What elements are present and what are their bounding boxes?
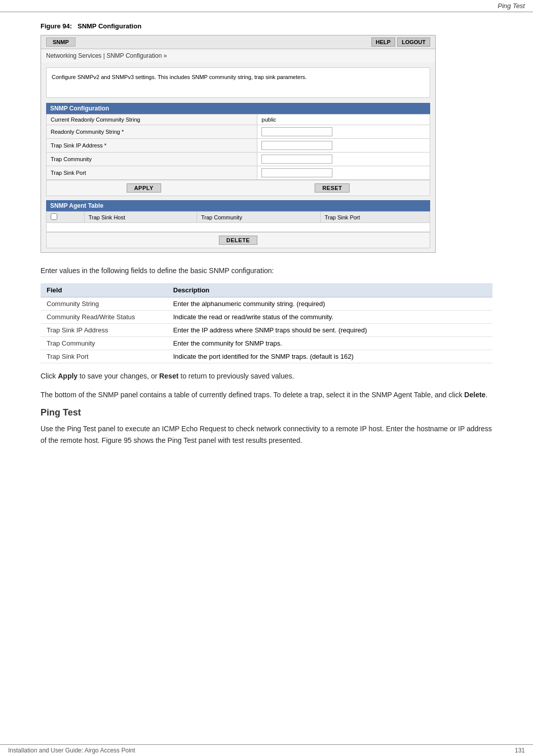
page-content: Figure 94: SNMP Configuration SNMP HELP … bbox=[0, 12, 533, 473]
agent-empty-row bbox=[47, 223, 430, 232]
config-field-label: Current Readonly Community String bbox=[47, 115, 257, 125]
agent-col-community: Trap Community bbox=[197, 212, 321, 223]
apply-instruction: Click Apply to save your changes, or Res… bbox=[41, 370, 492, 382]
field-desc: Enter the IP address where SNMP traps sh… bbox=[167, 324, 492, 337]
intro-text: Enter values in the following fields to … bbox=[41, 265, 492, 276]
config-field-label: Trap Sink Port bbox=[47, 166, 257, 180]
config-input-field[interactable] bbox=[261, 155, 332, 164]
delete-button[interactable]: DELETE bbox=[219, 236, 257, 245]
snmp-nav-bar: SNMP HELP LOGOUT bbox=[41, 35, 435, 49]
field-row: Trap Sink PortIndicate the port identifi… bbox=[41, 350, 492, 363]
field-name: Trap Sink IP Address bbox=[41, 324, 167, 337]
config-btn-row: APPLY RESET bbox=[46, 180, 430, 196]
description-box: Configure SNMPv2 and SNMPv3 settings. Th… bbox=[46, 67, 430, 98]
field-name: Community Read/Write Status bbox=[41, 311, 167, 324]
delete-btn-row: DELETE bbox=[46, 232, 430, 248]
field-row: Trap Sink IP AddressEnter the IP address… bbox=[41, 324, 492, 337]
field-row: Community StringEnter the alphanumeric c… bbox=[41, 297, 492, 311]
field-desc: Enter the community for SNMP traps. bbox=[167, 337, 492, 350]
field-name: Trap Sink Port bbox=[41, 350, 167, 363]
help-button[interactable]: HELP bbox=[371, 37, 395, 47]
config-input-field[interactable] bbox=[261, 141, 332, 150]
apply-button[interactable]: APPLY bbox=[127, 183, 161, 193]
config-field-value[interactable] bbox=[257, 139, 430, 153]
config-field-label: Readonly Community String * bbox=[47, 125, 257, 139]
field-desc: Indicate the port identified for the SNM… bbox=[167, 350, 492, 363]
footer-right: 131 bbox=[515, 747, 525, 754]
ping-test-body: Use the Ping Test panel to execute an IC… bbox=[41, 423, 492, 446]
config-field-value[interactable] bbox=[257, 166, 430, 180]
logout-button[interactable]: LOGOUT bbox=[397, 37, 430, 47]
config-field-value[interactable] bbox=[257, 153, 430, 166]
config-row: Trap Sink Port bbox=[47, 166, 430, 180]
field-name: Community String bbox=[41, 297, 167, 311]
description-text: Configure SNMPv2 and SNMPv3 settings. Th… bbox=[52, 74, 307, 80]
breadcrumb: Networking Services | SNMP Configuration… bbox=[41, 49, 435, 62]
field-row: Community Read/Write StatusIndicate the … bbox=[41, 311, 492, 324]
footer-left: Installation and User Guide: Airgo Acces… bbox=[8, 747, 135, 754]
page-title-header: Ping Test bbox=[0, 0, 533, 12]
bottom-instruction: The bottom of the SNMP panel contains a … bbox=[41, 389, 492, 400]
nav-buttons: HELP LOGOUT bbox=[371, 37, 430, 47]
agent-section-header: SNMP Agent Table bbox=[46, 200, 430, 211]
agent-table: Trap Sink Host Trap Community Trap Sink … bbox=[46, 211, 430, 232]
config-row: Current Readonly Community Stringpublic bbox=[47, 115, 430, 125]
field-name: Trap Community bbox=[41, 337, 167, 350]
screenshot-frame: SNMP HELP LOGOUT Networking Services | S… bbox=[41, 35, 436, 253]
config-row: Readonly Community String * bbox=[47, 125, 430, 139]
page-footer: Installation and User Guide: Airgo Acces… bbox=[0, 744, 533, 756]
config-input-field[interactable] bbox=[261, 127, 332, 136]
field-desc: Indicate the read or read/write status o… bbox=[167, 311, 492, 324]
ping-test-heading: Ping Test bbox=[41, 407, 492, 418]
field-desc: Enter the alphanumeric community string.… bbox=[167, 297, 492, 311]
snmp-tab[interactable]: SNMP bbox=[46, 37, 75, 47]
config-field-label: Trap Community bbox=[47, 153, 257, 166]
config-row: Trap Sink IP Address * bbox=[47, 139, 430, 153]
select-all-checkbox[interactable] bbox=[51, 213, 57, 220]
config-section: SNMP Configuration Current Readonly Comm… bbox=[46, 103, 430, 196]
field-description-table: Field Description Community StringEnter … bbox=[41, 283, 492, 363]
config-table: Current Readonly Community StringpublicR… bbox=[46, 114, 430, 180]
figure-caption: Figure 94: SNMP Configuration bbox=[41, 22, 492, 30]
desc-col-header: Description bbox=[167, 283, 492, 297]
field-row: Trap CommunityEnter the community for SN… bbox=[41, 337, 492, 350]
config-field-value: public bbox=[257, 115, 430, 125]
reset-button[interactable]: RESET bbox=[315, 183, 350, 193]
config-input-field[interactable] bbox=[261, 168, 332, 177]
agent-col-port: Trap Sink Port bbox=[320, 212, 430, 223]
config-row: Trap Community bbox=[47, 153, 430, 166]
config-field-value[interactable] bbox=[257, 125, 430, 139]
config-field-label: Trap Sink IP Address * bbox=[47, 139, 257, 153]
agent-col-host: Trap Sink Host bbox=[84, 212, 197, 223]
page-title: Ping Test bbox=[498, 2, 525, 10]
field-col-header: Field bbox=[41, 283, 167, 297]
agent-section: SNMP Agent Table Trap Sink Host Trap Com… bbox=[46, 200, 430, 248]
agent-col-checkbox bbox=[47, 212, 85, 223]
config-section-header: SNMP Configuration bbox=[46, 103, 430, 114]
